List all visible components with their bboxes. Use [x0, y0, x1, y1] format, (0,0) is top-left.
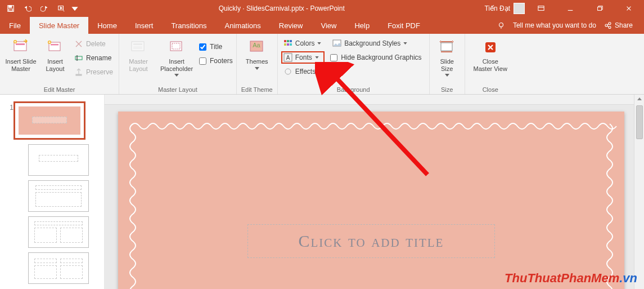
tab-help[interactable]: Help — [345, 17, 379, 34]
tab-transitions[interactable]: Transitions — [162, 17, 215, 34]
undo-button[interactable] — [20, 1, 35, 16]
slide-master-thumbnail[interactable] — [13, 101, 85, 140]
fonts-icon: A — [283, 53, 292, 62]
chevron-down-icon — [403, 42, 407, 45]
insert-slide-master-button[interactable]: Insert Slide Master — [3, 36, 38, 74]
chevron-down-icon — [174, 74, 179, 77]
effects-button[interactable]: Effects — [281, 65, 325, 78]
slide-size-button[interactable]: Slide Size — [433, 36, 461, 79]
svg-rect-30 — [290, 43, 292, 46]
svg-rect-14 — [51, 44, 58, 46]
tab-review[interactable]: Review — [270, 17, 312, 34]
tab-foxit-pdf[interactable]: Foxit PDF — [379, 17, 429, 34]
qat-customize-button[interactable] — [71, 1, 79, 16]
lightbulb-icon — [497, 21, 505, 29]
svg-rect-4 — [538, 6, 544, 11]
slide-editor[interactable]: Click to add title — [105, 95, 644, 289]
background-styles-icon — [332, 39, 341, 48]
themes-button[interactable]: Aa Themes — [240, 36, 274, 72]
restore-button[interactable] — [587, 0, 613, 17]
slide-canvas[interactable]: Click to add title — [118, 112, 624, 289]
group-label-background: Background — [281, 86, 426, 94]
chevron-down-icon — [315, 56, 319, 59]
group-label-close: Close — [469, 86, 512, 94]
start-from-beginning-button[interactable] — [54, 1, 69, 16]
svg-rect-16 — [75, 56, 82, 60]
background-styles-button[interactable]: Background Styles — [330, 37, 421, 50]
chevron-down-icon — [255, 67, 259, 70]
svg-rect-29 — [287, 43, 289, 46]
svg-rect-35 — [441, 43, 452, 51]
insert-layout-button[interactable]: Insert Layout — [40, 36, 70, 74]
delete-icon — [74, 39, 83, 48]
user-avatar[interactable] — [514, 3, 525, 14]
save-button[interactable] — [3, 1, 18, 16]
tab-file[interactable]: File — [0, 17, 30, 34]
group-master-layout: Master Layout Insert Placeholder Title F… — [119, 34, 237, 94]
watermark: ThuThuatPhanMem.vn — [505, 271, 637, 286]
svg-rect-2 — [9, 9, 13, 11]
title-checkbox[interactable]: Title — [199, 41, 233, 53]
group-label-edit-master: Edit Master — [3, 86, 115, 94]
ribbon: Insert Slide Master Insert Layout Delete… — [0, 34, 644, 95]
scrollbar-thumb[interactable] — [636, 105, 643, 139]
svg-point-7 — [605, 24, 607, 26]
svg-rect-26 — [287, 40, 289, 42]
svg-rect-5 — [598, 7, 602, 10]
chevron-down-icon — [317, 42, 321, 45]
svg-rect-17 — [76, 74, 82, 75]
svg-rect-28 — [284, 43, 286, 46]
tab-insert[interactable]: Insert — [126, 17, 163, 34]
horizontal-scrollbar-area[interactable] — [105, 95, 634, 105]
layout-thumbnail[interactable] — [28, 252, 89, 284]
svg-rect-27 — [290, 40, 292, 42]
group-size: Slide Size Size — [430, 34, 465, 94]
close-window-button[interactable] — [616, 0, 642, 17]
delete-button: Delete — [72, 38, 115, 50]
group-edit-theme: Aa Themes Edit Theme — [237, 34, 278, 94]
layout-thumbnail[interactable] — [28, 180, 89, 212]
minimize-button[interactable] — [557, 0, 583, 17]
ribbon-tabs: File Slide Master Home Insert Transition… — [0, 17, 644, 34]
vertical-scrollbar[interactable] — [634, 95, 644, 289]
user-name[interactable]: Tiến Đạt — [484, 5, 510, 12]
fonts-button[interactable]: A Fonts — [281, 51, 325, 64]
titlebar: Quickly · SlidesCarnival.pptx - PowerPoi… — [0, 0, 644, 17]
ribbon-display-options-button[interactable] — [528, 0, 554, 17]
redo-button[interactable] — [37, 1, 52, 16]
group-label-edit-theme: Edit Theme — [240, 86, 274, 94]
insert-placeholder-button[interactable]: Insert Placeholder — [156, 36, 197, 79]
svg-text:A: A — [286, 55, 290, 61]
layout-thumbnail[interactable] — [28, 144, 89, 176]
layout-thumbnail[interactable] — [28, 216, 89, 248]
footers-checkbox[interactable]: Footers — [199, 55, 233, 67]
svg-text:Aa: Aa — [253, 42, 260, 48]
chevron-down-icon — [445, 74, 449, 77]
thumbnail-pane[interactable]: 1 — [0, 95, 105, 289]
title-placeholder[interactable]: Click to add title — [247, 224, 495, 258]
slide-number: 1 — [6, 101, 13, 112]
tab-view[interactable]: View — [312, 17, 345, 34]
tab-home[interactable]: Home — [88, 17, 126, 34]
svg-rect-1 — [9, 6, 12, 8]
scroll-up-icon[interactable] — [637, 96, 642, 102]
hide-background-graphics-checkbox[interactable]: Hide Background Graphics — [330, 51, 421, 64]
workspace: 1 — [0, 95, 644, 289]
share-button[interactable]: Share — [604, 21, 633, 29]
svg-rect-11 — [16, 43, 25, 45]
tab-slide-master[interactable]: Slide Master — [30, 17, 88, 34]
preserve-button: Preserve — [72, 66, 115, 78]
quick-access-toolbar — [0, 1, 79, 16]
master-layout-button: Master Layout — [123, 36, 154, 74]
group-label-size: Size — [433, 86, 461, 94]
preserve-icon — [74, 68, 83, 77]
svg-rect-25 — [284, 40, 286, 42]
colors-button[interactable]: Colors — [281, 37, 325, 50]
document-title: Quickly · SlidesCarnival.pptx - PowerPoi… — [79, 5, 484, 12]
tell-me-search[interactable]: Tell me what you want to do — [513, 21, 596, 29]
group-background: Colors A Fonts Effects Background Sty — [278, 34, 430, 94]
rename-button[interactable]: Rename — [72, 52, 115, 64]
rename-icon — [74, 54, 83, 63]
close-master-view-button[interactable]: Close Master View — [469, 36, 512, 74]
tab-animations[interactable]: Animations — [216, 17, 270, 34]
